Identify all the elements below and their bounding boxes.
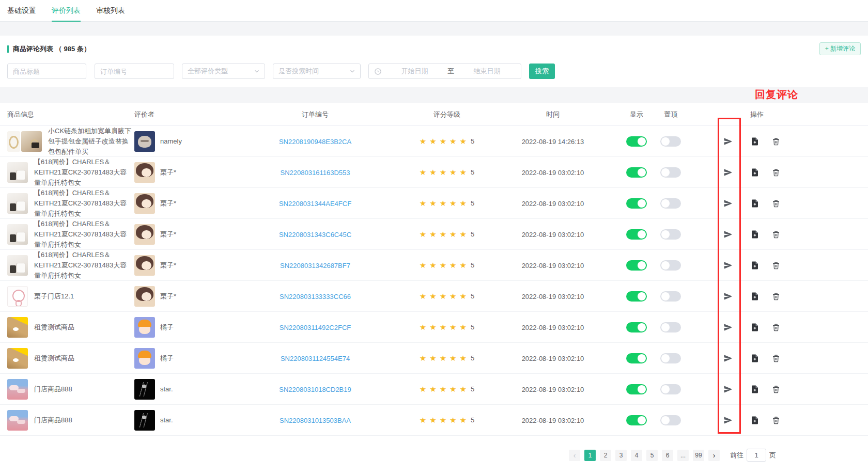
- pagination-page-6[interactable]: 6: [662, 450, 673, 461]
- show-toggle[interactable]: [626, 167, 647, 178]
- delete-trash-icon[interactable]: [771, 292, 781, 301]
- show-toggle[interactable]: [626, 415, 647, 425]
- table-row: 租赁测试商品 橘子 SN2208031124554E74 ★★★★★5 2022…: [0, 343, 868, 374]
- reply-send-icon[interactable]: [723, 292, 733, 301]
- show-toggle[interactable]: [626, 291, 647, 302]
- review-time: 2022-08-19 03:02:10: [522, 231, 584, 239]
- export-file-icon[interactable]: [750, 199, 760, 208]
- reply-send-icon[interactable]: [723, 168, 733, 177]
- reply-send-icon[interactable]: [723, 354, 733, 363]
- top-toggle[interactable]: [660, 384, 681, 394]
- delete-trash-icon[interactable]: [771, 230, 781, 239]
- reviewer-name: 栗子*: [160, 230, 176, 239]
- delete-trash-icon[interactable]: [771, 354, 781, 363]
- delete-trash-icon[interactable]: [771, 323, 781, 332]
- rating-value: 5: [471, 261, 474, 269]
- export-file-icon[interactable]: [750, 385, 760, 394]
- show-toggle[interactable]: [626, 353, 647, 363]
- order-number-link[interactable]: SN2208031013503BAA: [280, 417, 351, 424]
- top-toggle[interactable]: [660, 136, 681, 147]
- top-toggle[interactable]: [660, 260, 681, 271]
- reply-send-icon[interactable]: [723, 385, 733, 394]
- start-date-field[interactable]: 开始日期: [385, 67, 444, 76]
- reply-send-icon[interactable]: [723, 323, 733, 332]
- show-toggle[interactable]: [626, 136, 647, 147]
- export-file-icon[interactable]: [750, 261, 760, 270]
- pagination-prev-button[interactable]: ‹: [569, 450, 580, 461]
- table-row: 栗子门店12.1 栗子* SN220803133333CC66 ★★★★★5 2…: [0, 281, 868, 312]
- review-type-select[interactable]: 全部评价类型: [182, 64, 265, 79]
- pagination-next-button[interactable]: ›: [708, 450, 720, 461]
- product-title: 【618同价】CHARLES＆KEITH21夏CK2-30781483大容量单肩…: [34, 157, 132, 188]
- top-toggle[interactable]: [660, 291, 681, 302]
- reply-send-icon[interactable]: [723, 416, 733, 425]
- delete-trash-icon[interactable]: [771, 137, 781, 146]
- top-toggle[interactable]: [660, 198, 681, 209]
- tab-basic-settings[interactable]: 基础设置: [7, 0, 36, 22]
- show-toggle[interactable]: [626, 198, 647, 209]
- top-toggle[interactable]: [660, 167, 681, 178]
- product-image: [7, 348, 28, 369]
- review-time: 2022-08-19 03:02:10: [522, 293, 584, 300]
- delete-trash-icon[interactable]: [771, 385, 781, 394]
- export-file-icon[interactable]: [750, 354, 760, 363]
- date-range-picker[interactable]: 开始日期 至 结束日期: [368, 64, 521, 79]
- pagination-page-2[interactable]: 2: [600, 450, 611, 461]
- order-number-link[interactable]: SN2208031344AE4FCF: [279, 200, 351, 208]
- product-title: 门店商品888: [34, 384, 132, 394]
- export-file-icon[interactable]: [750, 168, 760, 177]
- delete-trash-icon[interactable]: [771, 168, 781, 177]
- top-toggle[interactable]: [660, 322, 681, 332]
- pagination-page-1[interactable]: 1: [584, 450, 596, 461]
- export-file-icon[interactable]: [750, 230, 760, 239]
- order-number-link[interactable]: SN2208031124554E74: [281, 355, 350, 362]
- table-row: 【618同价】CHARLES＆KEITH21夏CK2-30781483大容量单肩…: [0, 250, 868, 281]
- order-number-input[interactable]: [95, 64, 174, 79]
- order-number-link[interactable]: SN2208031018CD2B19: [279, 386, 351, 393]
- end-date-field[interactable]: 结束日期: [457, 67, 517, 76]
- tab-review-list[interactable]: 评价列表: [52, 0, 81, 22]
- top-toggle[interactable]: [660, 353, 681, 363]
- show-toggle[interactable]: [626, 384, 647, 394]
- goto-page-input[interactable]: [747, 449, 766, 462]
- col-header-rating: 评分等级: [408, 110, 486, 119]
- show-toggle[interactable]: [626, 229, 647, 240]
- pagination-page-3[interactable]: 3: [615, 450, 627, 461]
- order-number-link[interactable]: SN2208031343C6C45C: [279, 231, 351, 239]
- order-number-link[interactable]: SN220803161163D553: [281, 169, 350, 177]
- product-title-input[interactable]: [7, 64, 86, 79]
- export-file-icon[interactable]: [750, 323, 760, 332]
- delete-trash-icon[interactable]: [771, 199, 781, 208]
- show-toggle[interactable]: [626, 322, 647, 332]
- delete-trash-icon[interactable]: [771, 261, 781, 270]
- date-separator: 至: [444, 67, 457, 76]
- delete-trash-icon[interactable]: [771, 416, 781, 425]
- reply-send-icon[interactable]: [723, 261, 733, 270]
- export-file-icon[interactable]: [750, 416, 760, 425]
- show-toggle[interactable]: [626, 260, 647, 271]
- export-file-icon[interactable]: [750, 292, 760, 301]
- search-button[interactable]: 搜索: [529, 64, 555, 79]
- pagination-page-99[interactable]: 99: [693, 450, 704, 461]
- product-title: 栗子门店12.1: [34, 291, 132, 302]
- order-number-link[interactable]: SN2208190948E3B2CA: [279, 138, 351, 146]
- order-number-link[interactable]: SN22080311492C2FCF: [280, 324, 351, 331]
- add-review-button[interactable]: + 新增评论: [819, 42, 861, 55]
- pagination-page-4[interactable]: 4: [631, 450, 642, 461]
- order-number-link[interactable]: SN220803133333CC66: [280, 293, 351, 300]
- order-number-link[interactable]: SN2208031342687BF7: [280, 262, 350, 270]
- reply-send-icon[interactable]: [723, 230, 733, 239]
- tab-audit-list[interactable]: 审核列表: [96, 0, 125, 22]
- reply-send-icon[interactable]: [723, 137, 733, 146]
- page-unit-label: 页: [769, 451, 776, 460]
- star-rating: ★★★★★: [420, 416, 470, 425]
- reply-send-icon[interactable]: [723, 199, 733, 208]
- product-image: [7, 224, 28, 245]
- product-image: [7, 193, 28, 214]
- pagination-page-5[interactable]: 5: [646, 450, 658, 461]
- top-toggle[interactable]: [660, 229, 681, 240]
- pagination-ellipsis[interactable]: ...: [677, 450, 689, 461]
- top-toggle[interactable]: [660, 415, 681, 425]
- search-time-select[interactable]: 是否搜索时间: [273, 64, 361, 79]
- export-file-icon[interactable]: [750, 137, 760, 146]
